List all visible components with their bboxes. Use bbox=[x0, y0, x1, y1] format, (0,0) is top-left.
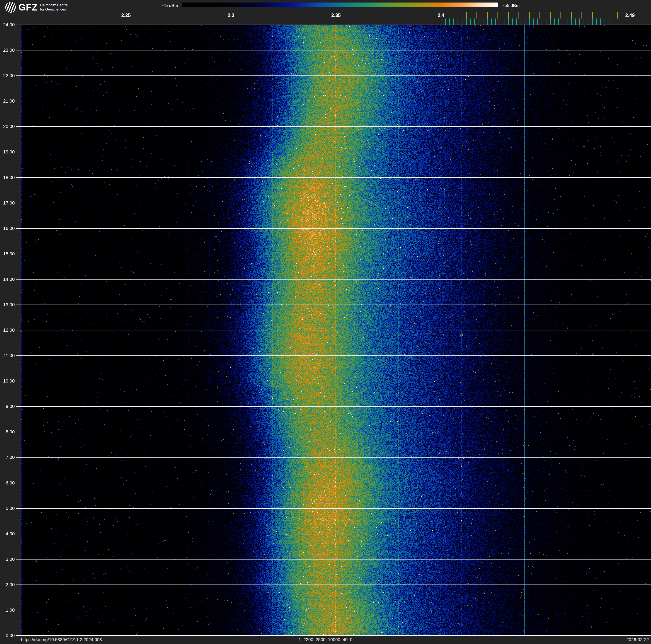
freq-tick bbox=[63, 19, 63, 25]
hour-gridline bbox=[17, 330, 651, 330]
ble-channel-tick bbox=[491, 19, 492, 25]
logo-org-text: GFZ bbox=[19, 2, 38, 13]
hour-gridline bbox=[17, 508, 651, 509]
time-tick-label: 19:00 bbox=[0, 149, 15, 155]
bottom-axis-line bbox=[17, 635, 651, 636]
ble-channel-tick bbox=[604, 19, 605, 25]
time-tick-label: 6:00 bbox=[0, 480, 15, 486]
hour-gridline bbox=[17, 152, 651, 152]
freq-tick bbox=[42, 19, 42, 25]
ble-channel-tick bbox=[454, 19, 454, 25]
hour-gridline bbox=[17, 203, 651, 203]
freq-tick-label: 2.4 bbox=[438, 12, 444, 18]
wifi-channel-tick bbox=[487, 12, 488, 19]
ble-channel-tick bbox=[483, 19, 484, 25]
freq-tick bbox=[336, 19, 336, 25]
wifi-channel-tick bbox=[497, 12, 498, 19]
time-tick-label: 12:00 bbox=[0, 327, 15, 333]
time-tick-label: 2:00 bbox=[0, 582, 15, 587]
hour-gridline bbox=[17, 126, 651, 127]
wifi-channel-tick bbox=[582, 12, 582, 19]
hour-gridline bbox=[17, 610, 651, 610]
ble-channel-tick bbox=[554, 19, 555, 25]
hour-gridline bbox=[17, 304, 651, 305]
time-tick-label: 17:00 bbox=[0, 200, 15, 206]
wifi-channel-tick bbox=[592, 12, 593, 19]
hour-gridline bbox=[17, 381, 651, 381]
wifi-channel-tick bbox=[560, 12, 561, 19]
ble-channel-tick bbox=[550, 19, 551, 25]
freq-tick bbox=[630, 19, 630, 25]
wifi-channel-tick bbox=[466, 12, 467, 19]
time-tick-label: 15:00 bbox=[0, 251, 15, 257]
spectrogram-page: { "header": { "logo": { "org": "GFZ", "l… bbox=[0, 0, 651, 644]
hour-gridline bbox=[17, 279, 651, 280]
freq-tick bbox=[420, 19, 420, 25]
ble-channel-tick bbox=[495, 19, 496, 25]
colorbar-gradient bbox=[182, 2, 498, 7]
time-tick-label: 23:00 bbox=[0, 48, 15, 53]
freq-tick bbox=[21, 19, 21, 25]
hour-gridline bbox=[17, 228, 651, 229]
time-tick-label: 22:00 bbox=[0, 73, 15, 79]
time-tick-label: 10:00 bbox=[0, 378, 15, 384]
freq-tick-label: 2.49 bbox=[625, 12, 635, 18]
freq-tick bbox=[315, 19, 315, 25]
freq-tick bbox=[399, 19, 399, 25]
hour-gridline bbox=[17, 432, 651, 432]
wifi-channel-tick bbox=[539, 12, 540, 19]
wifi-channel-tick bbox=[571, 12, 571, 19]
ble-channel-tick bbox=[609, 19, 610, 25]
ble-channel-tick bbox=[541, 19, 542, 25]
time-tick-label: 20:00 bbox=[0, 124, 15, 129]
ble-channel-tick bbox=[487, 19, 488, 25]
time-tick-label: 21:00 bbox=[0, 98, 15, 104]
hour-gridline bbox=[17, 406, 651, 407]
time-tick-label: 18:00 bbox=[0, 175, 15, 180]
colorbar-min-label: -75 dBm bbox=[161, 3, 178, 8]
ble-channel-tick bbox=[449, 19, 450, 25]
ble-channel-tick bbox=[592, 19, 593, 25]
time-tick-label: 24:00 bbox=[0, 22, 15, 28]
time-tick-label: 9:00 bbox=[0, 404, 15, 409]
logo-subtitle-line1: Helmholtz Centre bbox=[40, 3, 68, 7]
freq-tick bbox=[357, 19, 357, 25]
hour-gridline bbox=[17, 483, 651, 483]
time-tick-label: 0:00 bbox=[0, 633, 15, 638]
freq-tick bbox=[294, 19, 294, 25]
hour-gridline bbox=[17, 177, 651, 178]
ble-channel-tick bbox=[558, 19, 559, 25]
freq-tick bbox=[273, 19, 273, 25]
ble-channel-tick bbox=[458, 19, 458, 25]
hour-gridline bbox=[17, 559, 651, 559]
freq-tick-label: 2.25 bbox=[121, 12, 131, 18]
wifi-channel-tick bbox=[550, 12, 551, 19]
ble-channel-tick bbox=[537, 19, 538, 25]
freq-tick bbox=[378, 19, 378, 25]
ble-channel-tick bbox=[567, 19, 567, 25]
freq-tick bbox=[189, 19, 189, 25]
colorbar-max-label: -55 dBm bbox=[503, 3, 520, 8]
wifi-channel-tick bbox=[508, 12, 508, 19]
hour-gridline bbox=[17, 585, 651, 585]
ble-channel-tick bbox=[525, 19, 525, 25]
hour-gridline bbox=[17, 254, 651, 254]
ble-channel-tick bbox=[466, 19, 467, 25]
time-tick-label: 8:00 bbox=[0, 429, 15, 435]
ble-channel-tick bbox=[462, 19, 462, 25]
ble-channel-tick bbox=[521, 19, 521, 25]
freq-tick bbox=[147, 19, 147, 25]
hour-gridline bbox=[17, 457, 651, 458]
hour-gridline bbox=[17, 534, 651, 534]
time-tick-label: 3:00 bbox=[0, 557, 15, 562]
time-tick-label: 11:00 bbox=[0, 353, 15, 358]
time-tick-label: 16:00 bbox=[0, 226, 15, 231]
logo-subtitle-line2: for Geosciences bbox=[40, 7, 68, 11]
ble-channel-tick bbox=[445, 19, 445, 25]
ble-channel-tick bbox=[500, 19, 500, 25]
freq-tick bbox=[84, 19, 84, 25]
ble-channel-tick bbox=[508, 19, 508, 25]
ble-channel-tick bbox=[600, 19, 601, 25]
ble-channel-tick bbox=[533, 19, 534, 25]
freq-tick bbox=[252, 19, 252, 25]
